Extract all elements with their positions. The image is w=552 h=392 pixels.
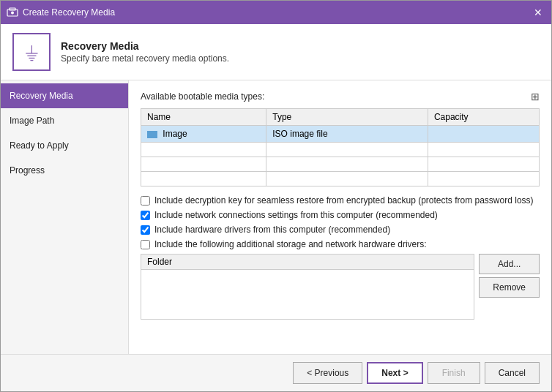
folder-table-header: Folder bbox=[141, 255, 474, 270]
col-type: Type bbox=[266, 109, 428, 126]
expand-icon[interactable]: ⊞ bbox=[531, 91, 540, 102]
checkbox-row-4: Include the following additional storage… bbox=[141, 239, 540, 249]
window: Create Recovery Media ✕ ⏚ Recovery Media… bbox=[0, 0, 552, 392]
col-name: Name bbox=[141, 109, 266, 126]
row-icon bbox=[147, 131, 157, 138]
header-title: Recovery Media bbox=[61, 40, 229, 52]
folder-section: Folder Add... Remove bbox=[141, 254, 540, 320]
table-row-empty-2 bbox=[141, 157, 540, 172]
usb-icon: ⏚ bbox=[26, 40, 38, 64]
content: Recovery Media Image Path Ready to Apply… bbox=[1, 80, 551, 354]
row-capacity bbox=[428, 126, 539, 143]
checkbox-hardware[interactable] bbox=[141, 225, 150, 235]
table-row[interactable]: Image ISO image file bbox=[141, 126, 540, 143]
titlebar: Create Recovery Media ✕ bbox=[1, 1, 551, 24]
header-bar: ⏚ Recovery Media Specify bare metal reco… bbox=[1, 24, 551, 80]
sidebar-item-recovery-media[interactable]: Recovery Media bbox=[1, 83, 128, 108]
folder-table: Folder bbox=[141, 254, 474, 320]
sidebar: Recovery Media Image Path Ready to Apply… bbox=[1, 80, 129, 354]
table-row-empty-1 bbox=[141, 143, 540, 157]
checkbox-decryption-label: Include decryption key for seamless rest… bbox=[154, 195, 534, 206]
main-panel: Available bootable media types: ⊞ Name T… bbox=[129, 80, 551, 354]
cancel-button[interactable]: Cancel bbox=[485, 362, 540, 384]
section-label: Available bootable media types: ⊞ bbox=[141, 91, 540, 102]
titlebar-title: Create Recovery Media bbox=[23, 7, 531, 18]
checkbox-network[interactable] bbox=[141, 211, 150, 220]
sidebar-item-image-path[interactable]: Image Path bbox=[1, 108, 128, 133]
add-button[interactable]: Add... bbox=[479, 254, 540, 274]
sidebar-item-ready-to-apply[interactable]: Ready to Apply bbox=[1, 133, 128, 158]
header-subtitle: Specify bare metal recovery media option… bbox=[61, 53, 229, 64]
previous-button[interactable]: < Previous bbox=[293, 362, 362, 384]
checkbox-hardware-label: Include hardware drivers from this compu… bbox=[154, 225, 390, 235]
row-type: ISO image file bbox=[266, 126, 428, 143]
titlebar-icon bbox=[7, 7, 18, 18]
checkbox-storage-label: Include the following additional storage… bbox=[154, 239, 427, 249]
checkbox-storage[interactable] bbox=[141, 240, 150, 249]
row-name: Image bbox=[141, 126, 266, 143]
close-button[interactable]: ✕ bbox=[531, 5, 545, 20]
remove-button[interactable]: Remove bbox=[479, 277, 540, 298]
header-text: Recovery Media Specify bare metal recove… bbox=[61, 40, 229, 64]
col-capacity: Capacity bbox=[428, 109, 539, 126]
footer: < Previous Next > Finish Cancel bbox=[1, 354, 551, 391]
checkbox-decryption[interactable] bbox=[141, 196, 150, 206]
header-icon-box: ⏚ bbox=[12, 33, 51, 71]
checkbox-network-label: Include network connections settings fro… bbox=[154, 210, 438, 220]
checkbox-row-3: Include hardware drivers from this compu… bbox=[141, 225, 540, 235]
svg-point-2 bbox=[11, 12, 14, 15]
next-button[interactable]: Next > bbox=[367, 362, 422, 384]
finish-button[interactable]: Finish bbox=[428, 362, 480, 384]
checkbox-row-2: Include network connections settings fro… bbox=[141, 210, 540, 220]
folder-buttons: Add... Remove bbox=[479, 254, 540, 320]
media-table: Name Type Capacity Image ISO image file bbox=[141, 108, 540, 186]
sidebar-item-progress[interactable]: Progress bbox=[1, 158, 128, 183]
checkbox-row-1: Include decryption key for seamless rest… bbox=[141, 195, 540, 206]
table-row-empty-3 bbox=[141, 172, 540, 186]
